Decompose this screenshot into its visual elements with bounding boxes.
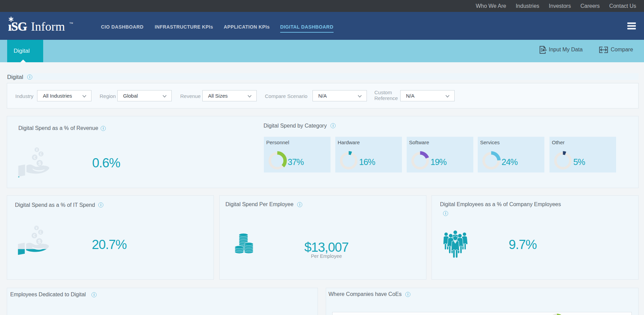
svg-text:€: € <box>33 233 36 238</box>
svg-text:£: £ <box>40 152 42 156</box>
svg-text:£: £ <box>39 230 42 235</box>
svg-text:¥: ¥ <box>35 226 38 230</box>
svg-text:€: € <box>33 155 36 160</box>
svg-text:$: $ <box>38 238 41 244</box>
svg-text:¥: ¥ <box>36 148 38 152</box>
svg-text:$: $ <box>38 160 41 166</box>
